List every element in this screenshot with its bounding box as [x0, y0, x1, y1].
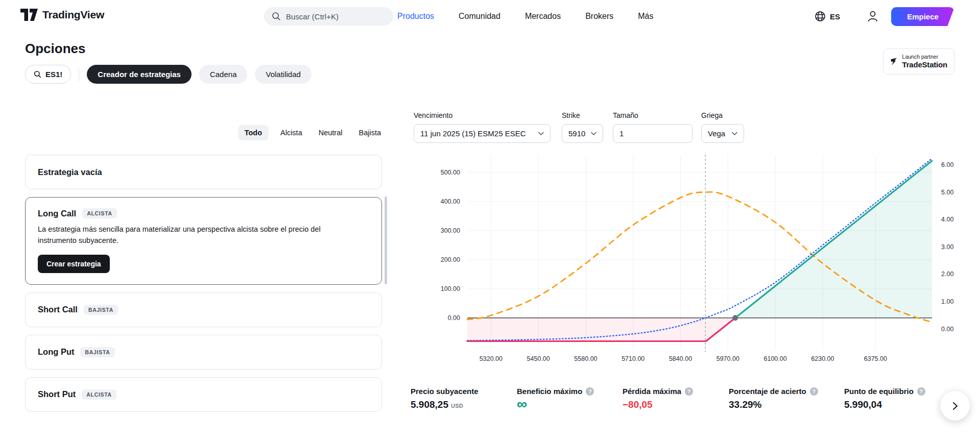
x-axis-label: 6375.00: [864, 355, 887, 362]
user-menu-button[interactable]: [863, 0, 882, 33]
partner-badge-line2: TradeStation: [902, 60, 947, 69]
top-nav: TradingView Buscar (Ctrl+K) ProductosCom…: [0, 0, 980, 33]
help-icon[interactable]: ?: [917, 387, 925, 396]
divider: [79, 68, 79, 81]
stat-value-text: 5.990,04: [844, 399, 882, 410]
strategy-description: La estrategia más sencilla para material…: [38, 224, 330, 247]
globe-icon: [814, 10, 826, 22]
stat-punto-de-equilibrio: Punto de equilibrio?5.990,04: [844, 387, 925, 410]
user-icon: [866, 10, 879, 23]
logo-text: TradingView: [42, 9, 104, 21]
strategy-card-estrategia-vacia[interactable]: Estrategia vacía: [25, 155, 382, 189]
x-axis-label: 5840.00: [669, 355, 692, 362]
symbol-search-chip[interactable]: ES1!: [25, 65, 71, 84]
nav-item-productos[interactable]: Productos: [397, 12, 434, 21]
card-title-row: Long PutBAJISTA: [38, 347, 115, 357]
stat-value-text: −80,05: [623, 399, 653, 410]
strategy-list: Estrategia vacíaLong CallALCISTALa estra…: [25, 155, 382, 420]
strategy-title: Short Call: [38, 305, 78, 314]
strategy-card-long-put[interactable]: Long PutBAJISTA: [25, 335, 382, 370]
stat-label-row: Punto de equilibrio?: [844, 387, 925, 396]
stat-value-text: ∞: [517, 399, 527, 409]
strategy-title: Long Call: [38, 209, 76, 218]
nav-item-mas[interactable]: Más: [638, 12, 653, 21]
y-axis-right-label: 6.00: [941, 161, 953, 168]
help-icon[interactable]: ?: [685, 387, 693, 396]
stat-value: ∞: [517, 399, 594, 409]
stat-precio-subyacente: Precio subyacente5.908,25USD: [411, 387, 479, 410]
y-axis-right-label: 2.00: [941, 271, 953, 278]
nav-item-comunidad[interactable]: Comunidad: [459, 12, 500, 21]
stat-perdida-maxima: Pérdida máxima?−80,05: [623, 387, 693, 410]
stat-porcentaje-de-acierto: Porcentaje de acierto?33.29%: [729, 387, 818, 410]
card-title-row: Short PutALCISTA: [38, 389, 116, 400]
x-axis-label: 5320.00: [480, 355, 503, 362]
tradingview-logo-icon: [20, 9, 38, 21]
breakeven-dot: [732, 315, 738, 321]
payoff-chart[interactable]: 0.00100.00200.00300.00400.00500.000.001.…: [409, 125, 980, 365]
symbol-label: ES1!: [45, 70, 62, 79]
stat-value: 5.908,25USD: [411, 399, 479, 410]
nav-item-brokers[interactable]: Brokers: [585, 12, 613, 21]
search-icon: [272, 12, 281, 21]
y-axis-right-label: 4.00: [941, 216, 953, 223]
filter-neutral[interactable]: Neutral: [314, 125, 347, 140]
get-started-button[interactable]: Empiece: [891, 7, 954, 26]
y-axis-right-label: 5.00: [941, 189, 953, 196]
stat-label-row: Porcentaje de acierto?: [729, 387, 818, 396]
language-selector[interactable]: ES: [814, 0, 840, 33]
create-strategy-button[interactable]: Crear estrategia: [38, 255, 110, 273]
strategy-direction-badge: ALCISTA: [82, 208, 117, 218]
x-axis-label: 5450.00: [527, 355, 550, 362]
tab-cadena[interactable]: Cadena: [199, 65, 248, 84]
y-axis-left-label: 100.00: [441, 285, 460, 292]
stat-label-row: Precio subyacente: [411, 387, 479, 396]
card-title-row: Estrategia vacía: [38, 167, 102, 177]
nav-item-mercados[interactable]: Mercados: [525, 12, 561, 21]
strategy-card-short-put[interactable]: Short PutALCISTA: [25, 377, 382, 412]
strategy-card-long-call[interactable]: Long CallALCISTALa estrategia más sencil…: [25, 197, 382, 285]
filter-bajista[interactable]: Bajista: [354, 125, 386, 140]
stat-value: −80,05: [623, 399, 693, 410]
strategy-card-short-call[interactable]: Short CallBAJISTA: [25, 292, 382, 327]
stat-value: 5.990,04: [844, 399, 925, 410]
search-icon: [34, 70, 41, 78]
strategy-direction-badge: BAJISTA: [80, 347, 114, 357]
y-axis-left-label: 400.00: [441, 198, 460, 205]
y-axis-left-label: 0.00: [448, 314, 460, 322]
y-axis-left-label: 200.00: [441, 256, 460, 263]
filter-todo[interactable]: Todo: [238, 125, 269, 140]
y-axis-right-label: 1.00: [941, 298, 953, 305]
x-axis-label: 6100.00: [764, 355, 787, 362]
strategy-list-scrollbar[interactable]: [385, 197, 387, 284]
tab-volatilidad[interactable]: Volatilidad: [255, 65, 311, 84]
help-icon[interactable]: ?: [586, 387, 594, 396]
x-axis-label: 5970.00: [716, 355, 739, 362]
tab-creador-de-estrategias[interactable]: Creador de estrategias: [87, 65, 192, 84]
stat-value-text: 5.908,25: [411, 399, 448, 410]
stat-label: Beneficio máximo: [517, 387, 582, 396]
y-axis-left-label: 300.00: [441, 227, 460, 234]
tradingview-logo[interactable]: TradingView: [20, 9, 104, 21]
help-icon[interactable]: ?: [810, 387, 818, 396]
stat-label: Porcentaje de acierto: [729, 387, 806, 396]
stat-label-row: Beneficio máximo?: [517, 387, 594, 396]
partner-badge-line1: Launch partner: [902, 54, 947, 60]
y-axis-left-label: 500.00: [441, 169, 460, 176]
strategy-title: Short Put: [38, 389, 76, 399]
stat-label: Punto de equilibrio: [844, 387, 914, 396]
direction-filters: TodoAlcistaNeutralBajista: [25, 125, 386, 140]
stat-value-text: 33.29%: [729, 399, 761, 410]
main-nav: ProductosComunidadMercadosBrokersMás: [397, 0, 653, 33]
y-axis-right-label: 0.00: [941, 326, 953, 333]
page-title: Opciones: [25, 41, 85, 57]
card-title-row: Short CallBAJISTA: [38, 305, 118, 315]
strategy-direction-badge: ALCISTA: [82, 389, 116, 400]
filter-alcista[interactable]: Alcista: [276, 125, 307, 140]
y-axis-right-label: 3.00: [941, 243, 953, 251]
stat-beneficio-maximo: Beneficio máximo?∞: [517, 387, 594, 409]
tradestation-partner-badge[interactable]: Launch partner TradeStation: [883, 48, 954, 75]
x-axis-label: 6230.00: [811, 355, 834, 362]
search-input[interactable]: Buscar (Ctrl+K): [264, 7, 393, 26]
scroll-right-button[interactable]: [940, 391, 970, 421]
